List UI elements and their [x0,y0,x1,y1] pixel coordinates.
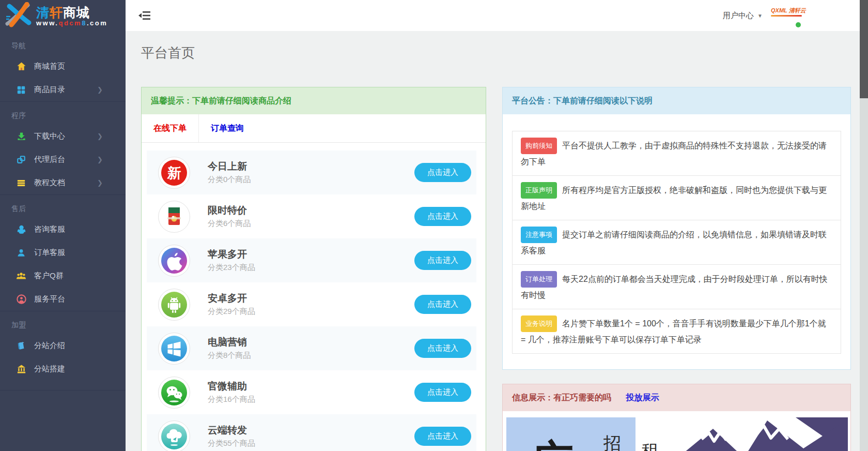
brand-logo[interactable]: 清轩商城 www.qdcm8.com [0,0,126,32]
brand-title-part: 轩 [50,5,63,20]
tips-tabbar: 在线下单订单查询 [142,114,486,143]
notice-panel: 平台公告：下单前请仔细阅读以下说明 购前须知平台不提供人工教学，由于虚拟商品的特… [502,87,851,370]
brand-url-part: 8 [82,19,87,27]
sidebar-item-branch-setup[interactable]: 分站搭建 [0,357,126,381]
enter-button-pc-marketing[interactable]: 点击进入 [414,339,471,358]
sidebar-item-consult-support[interactable]: 咨询客服 [0,218,126,241]
sidebar-item-label: 服务平台 [34,294,126,304]
service-icon [16,294,26,305]
sidebar-item-label: 分站介绍 [34,341,126,351]
notice-row-business-description: 业务说明名片赞下单数量1个 = 100个，音音手手有说明数量最少下单几个那1个就… [513,309,841,353]
sidebar-item-shop-home[interactable]: 商城首页 [0,55,126,78]
topbar: 用户中心 ▼ QXML 清轩云 [126,0,860,31]
category-row-wechat-assist: 官微辅助分类16个商品点击进入 [147,370,476,414]
category-text: 苹果多开分类23个商品 [208,248,414,273]
category-text: 官微辅助分类16个商品 [208,380,414,404]
notice-badge-business-description: 业务说明 [521,315,557,332]
sidebar-item-download-center[interactable]: 下载中心❯ [0,125,126,148]
notice-row-purchase-notice: 购前须知平台不提供人工教学，由于虚拟商品的特殊性不支持退款，无法接受的请勿下单 [513,131,841,176]
category-row-limited-sale: 限时特价分类6个商品点击进入 [147,194,476,238]
sidebar-item-service-platform[interactable]: 服务平台 [0,288,126,311]
sidebar-item-customer-qq-group[interactable]: 客户Q群 [0,264,126,288]
sidebar-section-label: 导航 [0,32,126,55]
category-row-android-multi: 安卓多开分类29个商品点击进入 [147,282,476,326]
user-center-menu[interactable]: 用户中心 [723,11,754,21]
notice-text: 所有程序均是官方正版授权，绝非破解和盗版，同时也为您提供下载与更新地址 [521,186,827,211]
notice-badge-purchase-notice: 购前须知 [521,138,557,154]
notice-badge-genuine-statement: 正版声明 [521,182,557,199]
page-title: 平台首页 [141,44,860,62]
notice-text: 提交订单之前请仔细阅读商品的介绍，以免填错信息，如果填错请及时联系客服 [521,230,827,255]
main-area: 用户中心 ▼ QXML 清轩云 平台首页 温馨提示：下单前请仔细阅读商品介绍 在… [126,0,860,451]
sidebar-item-tutorial-docs[interactable]: 教程文档❯ [0,171,126,194]
apple-icon [158,245,190,277]
notice-badge-order-processing: 订单处理 [521,271,557,288]
category-count: 分类23个商品 [208,263,414,273]
sidebar-item-label: 商品目录 [34,85,97,95]
page-scrollbar-thumb[interactable] [860,0,868,98]
docs-icon [16,178,26,188]
app: 清轩商城 www.qdcm8.com 导航商城首页商品目录❯程序下载中心❯代理后… [0,0,868,451]
category-text: 安卓多开分类29个商品 [208,292,414,317]
category-count: 分类6个商品 [208,219,414,229]
sidebar-nav: 导航商城首页商品目录❯程序下载中心❯代理后台❯教程文档❯售后咨询客服订单客服客户… [0,32,126,381]
right-column: 平台公告：下单前请仔细阅读以下说明 购前须知平台不提供人工教学，由于虚拟商品的特… [502,87,851,451]
brand-title: 清轩商城 [36,6,107,19]
cloud-brand-badge[interactable]: QXML 清轩云 [771,7,802,24]
ad-banner-image: 广 告 招 租 [506,417,848,451]
sidebar-item-branch-intro[interactable]: 分站介绍 [0,334,126,357]
category-name: 苹果多开 [208,248,414,261]
chevron-right-icon: ❯ [97,156,103,163]
sidebar-item-label: 咨询客服 [34,224,126,234]
sidebar-item-label: 教程文档 [34,178,97,188]
enter-button-today-new[interactable]: 点击进入 [414,163,471,182]
brand-text: 清轩商城 www.qdcm8.com [36,6,107,27]
notice-row-genuine-statement: 正版声明所有程序均是官方正版授权，绝非破解和盗版，同时也为您提供下载与更新地址 [513,176,841,220]
sidebar: 清轩商城 www.qdcm8.com 导航商城首页商品目录❯程序下载中心❯代理后… [0,0,126,451]
sidebar-item-product-catalog[interactable]: 商品目录❯ [0,78,126,101]
ad-placement-link[interactable]: 投放展示 [626,393,659,402]
sidebar-section-label: 售后 [0,195,126,218]
sidebar-toggle-icon[interactable] [138,10,152,21]
chevron-down-icon[interactable]: ▼ [757,13,763,19]
info-panel-header: 信息展示：有正巧需要的吗 投放展示 [503,384,850,411]
grid-icon [16,85,26,95]
chevron-right-icon: ❯ [97,132,103,140]
category-count: 分类29个商品 [208,307,414,317]
tab-order-query[interactable]: 订单查询 [199,114,256,142]
brand-url-part: qdcm [58,19,82,27]
sidebar-item-label: 分站搭建 [34,364,126,374]
brand-url: www.qdcm8.com [36,19,107,27]
sidebar-item-label: 代理后台 [34,155,97,164]
chevron-right-icon: ❯ [97,179,103,187]
svg-text:新: 新 [167,166,181,181]
category-name: 安卓多开 [208,292,414,305]
category-name: 官微辅助 [208,380,414,393]
enter-button-limited-sale[interactable]: 点击进入 [414,207,471,226]
ad-banner[interactable]: 广 告 招 租 [503,411,850,451]
enter-button-apple-multi[interactable]: 点击进入 [414,251,471,270]
category-row-today-new: 新今日上新分类0个商品点击进入 [147,151,476,194]
page-scrollbar[interactable] [860,0,868,451]
svg-text:招: 招 [603,434,621,451]
category-name: 云端转发 [208,424,414,437]
tab-online-order[interactable]: 在线下单 [142,114,199,142]
enter-button-android-multi[interactable]: 点击进入 [414,295,471,314]
category-text: 限时特价分类6个商品 [208,204,414,229]
info-panel-title: 信息展示：有正巧需要的吗 [512,393,611,402]
sidebar-item-label: 下载中心 [34,131,97,141]
enter-button-cloud-forward[interactable]: 点击进入 [414,427,471,446]
cloud-brand-swoosh [771,15,802,17]
sidebar-section: 加盟分站介绍分站搭建 [0,311,126,381]
enter-button-wechat-assist[interactable]: 点击进入 [414,383,471,402]
sidebar-item-agent-backend[interactable]: 代理后台❯ [0,148,126,171]
page-content: 平台首页 温馨提示：下单前请仔细阅读商品介绍 在线下单订单查询 新今日上新分类0… [126,31,860,451]
sidebar-item-order-support[interactable]: 订单客服 [0,241,126,264]
sale-poster-icon [158,201,190,233]
category-row-cloud-forward: 云端转发分类55个商品点击进入 [147,414,476,451]
new-badge-icon: 新 [158,157,190,189]
category-text: 云端转发分类55个商品 [208,424,414,448]
notice-row-attention: 注意事项提交订单之前请仔细阅读商品的介绍，以免填错信息，如果填错请及时联系客服 [513,220,841,265]
wechat-icon [158,377,190,409]
category-text: 今日上新分类0个商品 [208,160,414,185]
